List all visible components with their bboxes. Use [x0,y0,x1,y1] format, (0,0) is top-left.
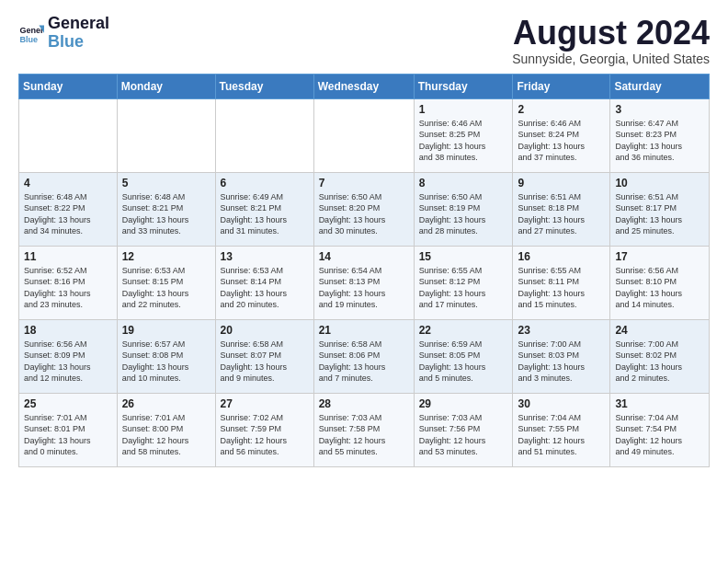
calendar-cell: 29Sunrise: 7:03 AM Sunset: 7:56 PM Dayli… [414,393,513,466]
calendar-cell [117,98,215,172]
day-number: 9 [518,177,605,190]
day-info: Sunrise: 6:54 AM Sunset: 8:13 PM Dayligh… [319,265,409,311]
calendar-cell: 21Sunrise: 6:58 AM Sunset: 8:06 PM Dayli… [313,319,414,393]
day-number: 16 [518,250,605,263]
day-info: Sunrise: 6:50 AM Sunset: 8:20 PM Dayligh… [319,191,409,237]
calendar-cell: 2Sunrise: 6:46 AM Sunset: 8:24 PM Daylig… [513,98,610,172]
calendar-cell: 16Sunrise: 6:55 AM Sunset: 8:11 PM Dayli… [513,246,610,319]
calendar-cell: 19Sunrise: 6:57 AM Sunset: 8:08 PM Dayli… [117,319,215,393]
logo-text: GeneralBlue [48,15,109,52]
day-number: 31 [615,397,704,410]
logo-icon: General Blue [18,20,44,46]
calendar-cell: 17Sunrise: 6:56 AM Sunset: 8:10 PM Dayli… [610,246,710,319]
week-row-4: 18Sunrise: 6:56 AM Sunset: 8:09 PM Dayli… [19,319,710,393]
calendar-cell: 6Sunrise: 6:49 AM Sunset: 8:21 PM Daylig… [215,172,313,246]
col-header-monday: Monday [117,74,215,98]
col-header-wednesday: Wednesday [313,74,414,98]
day-number: 18 [24,324,112,337]
day-number: 22 [419,324,508,337]
day-number: 24 [615,324,704,337]
day-number: 23 [518,324,605,337]
calendar-cell: 7Sunrise: 6:50 AM Sunset: 8:20 PM Daylig… [313,172,414,246]
day-info: Sunrise: 7:03 AM Sunset: 7:56 PM Dayligh… [419,412,508,458]
day-number: 17 [615,250,704,263]
calendar-cell: 11Sunrise: 6:52 AM Sunset: 8:16 PM Dayli… [19,246,118,319]
day-info: Sunrise: 6:49 AM Sunset: 8:21 PM Dayligh… [221,191,309,237]
day-number: 13 [221,250,309,263]
day-number: 20 [221,324,309,337]
calendar-cell: 27Sunrise: 7:02 AM Sunset: 7:59 PM Dayli… [215,393,313,466]
day-number: 29 [419,397,508,410]
day-info: Sunrise: 7:03 AM Sunset: 7:58 PM Dayligh… [319,412,409,458]
day-info: Sunrise: 6:51 AM Sunset: 8:17 PM Dayligh… [615,191,704,237]
calendar-cell: 1Sunrise: 6:46 AM Sunset: 8:25 PM Daylig… [414,98,513,172]
calendar-cell: 28Sunrise: 7:03 AM Sunset: 7:58 PM Dayli… [313,393,414,466]
day-info: Sunrise: 6:48 AM Sunset: 8:21 PM Dayligh… [122,191,210,237]
title-block: August 2024 Sunnyside, Georgia, United S… [512,15,710,66]
day-info: Sunrise: 7:00 AM Sunset: 8:02 PM Dayligh… [615,339,704,385]
day-info: Sunrise: 6:56 AM Sunset: 8:10 PM Dayligh… [615,265,704,311]
location: Sunnyside, Georgia, United States [512,52,710,66]
svg-text:Blue: Blue [19,35,38,44]
day-number: 27 [221,397,309,410]
calendar-table: SundayMondayTuesdayWednesdayThursdayFrid… [18,74,710,467]
calendar-cell [19,98,118,172]
col-header-sunday: Sunday [19,74,118,98]
month-title: August 2024 [512,15,710,52]
calendar-cell: 18Sunrise: 6:56 AM Sunset: 8:09 PM Dayli… [19,319,118,393]
calendar-cell: 26Sunrise: 7:01 AM Sunset: 8:00 PM Dayli… [117,393,215,466]
day-info: Sunrise: 6:52 AM Sunset: 8:16 PM Dayligh… [24,265,112,311]
day-number: 6 [221,177,309,190]
day-info: Sunrise: 6:46 AM Sunset: 8:25 PM Dayligh… [419,118,508,164]
day-number: 12 [122,250,210,263]
day-number: 7 [319,177,409,190]
day-info: Sunrise: 7:00 AM Sunset: 8:03 PM Dayligh… [518,339,605,385]
day-number: 30 [518,397,605,410]
calendar-cell: 23Sunrise: 7:00 AM Sunset: 8:03 PM Dayli… [513,319,610,393]
week-row-1: 1Sunrise: 6:46 AM Sunset: 8:25 PM Daylig… [19,98,710,172]
calendar-cell: 5Sunrise: 6:48 AM Sunset: 8:21 PM Daylig… [117,172,215,246]
logo: General Blue GeneralBlue [18,15,109,52]
day-info: Sunrise: 6:59 AM Sunset: 8:05 PM Dayligh… [419,339,508,385]
day-number: 11 [24,250,112,263]
calendar-cell: 31Sunrise: 7:04 AM Sunset: 7:54 PM Dayli… [610,393,710,466]
day-info: Sunrise: 6:58 AM Sunset: 8:06 PM Dayligh… [319,339,409,385]
day-info: Sunrise: 7:01 AM Sunset: 8:00 PM Dayligh… [122,412,210,458]
day-info: Sunrise: 6:55 AM Sunset: 8:11 PM Dayligh… [518,265,605,311]
day-number: 25 [24,397,112,410]
day-info: Sunrise: 6:50 AM Sunset: 8:19 PM Dayligh… [419,191,508,237]
day-number: 5 [122,177,210,190]
day-number: 14 [319,250,409,263]
page-header: General Blue GeneralBlue August 2024 Sun… [18,15,710,66]
day-number: 19 [122,324,210,337]
calendar-cell: 14Sunrise: 6:54 AM Sunset: 8:13 PM Dayli… [313,246,414,319]
calendar-cell: 8Sunrise: 6:50 AM Sunset: 8:19 PM Daylig… [414,172,513,246]
day-info: Sunrise: 6:47 AM Sunset: 8:23 PM Dayligh… [615,118,704,164]
calendar-cell [313,98,414,172]
calendar-cell: 12Sunrise: 6:53 AM Sunset: 8:15 PM Dayli… [117,246,215,319]
day-info: Sunrise: 6:56 AM Sunset: 8:09 PM Dayligh… [24,339,112,385]
day-number: 21 [319,324,409,337]
calendar-cell: 22Sunrise: 6:59 AM Sunset: 8:05 PM Dayli… [414,319,513,393]
calendar-cell: 4Sunrise: 6:48 AM Sunset: 8:22 PM Daylig… [19,172,118,246]
week-row-3: 11Sunrise: 6:52 AM Sunset: 8:16 PM Dayli… [19,246,710,319]
calendar-cell: 3Sunrise: 6:47 AM Sunset: 8:23 PM Daylig… [610,98,710,172]
calendar-cell: 15Sunrise: 6:55 AM Sunset: 8:12 PM Dayli… [414,246,513,319]
calendar-cell: 9Sunrise: 6:51 AM Sunset: 8:18 PM Daylig… [513,172,610,246]
day-info: Sunrise: 6:53 AM Sunset: 8:14 PM Dayligh… [221,265,309,311]
col-header-saturday: Saturday [610,74,710,98]
week-row-5: 25Sunrise: 7:01 AM Sunset: 8:01 PM Dayli… [19,393,710,466]
day-info: Sunrise: 6:55 AM Sunset: 8:12 PM Dayligh… [419,265,508,311]
calendar-cell [215,98,313,172]
calendar-header-row: SundayMondayTuesdayWednesdayThursdayFrid… [19,74,710,98]
day-info: Sunrise: 6:46 AM Sunset: 8:24 PM Dayligh… [518,118,605,164]
calendar-cell: 13Sunrise: 6:53 AM Sunset: 8:14 PM Dayli… [215,246,313,319]
day-info: Sunrise: 7:01 AM Sunset: 8:01 PM Dayligh… [24,412,112,458]
col-header-tuesday: Tuesday [215,74,313,98]
week-row-2: 4Sunrise: 6:48 AM Sunset: 8:22 PM Daylig… [19,172,710,246]
day-number: 10 [615,177,704,190]
calendar-cell: 10Sunrise: 6:51 AM Sunset: 8:17 PM Dayli… [610,172,710,246]
day-number: 15 [419,250,508,263]
day-info: Sunrise: 6:53 AM Sunset: 8:15 PM Dayligh… [122,265,210,311]
day-number: 2 [518,103,605,116]
